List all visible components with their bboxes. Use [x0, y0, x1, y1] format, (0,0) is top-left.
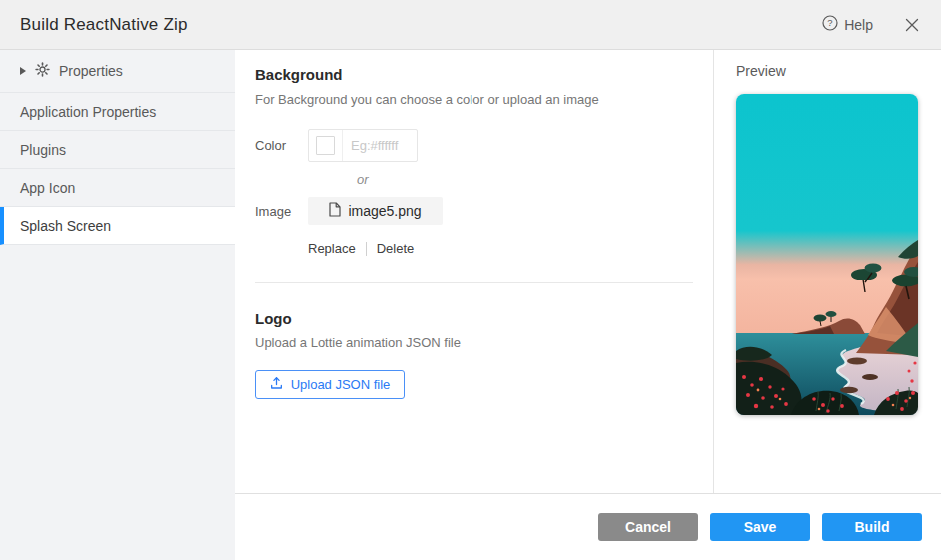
build-reactnative-dialog: Build ReactNative Zip ? Help	[0, 0, 941, 560]
cancel-button[interactable]: Cancel	[598, 513, 698, 541]
delete-image-link[interactable]: Delete	[377, 241, 415, 256]
dialog-header: Build ReactNative Zip ? Help	[0, 0, 941, 50]
build-button[interactable]: Build	[822, 513, 922, 541]
caret-right-icon	[20, 67, 26, 75]
logo-section-description: Upload a Lottie animation JSON file	[255, 335, 693, 350]
color-field-label: Color	[255, 138, 308, 153]
sidebar-item-properties[interactable]: Properties	[0, 50, 235, 93]
sidebar-item-label: Properties	[59, 63, 123, 79]
color-swatch[interactable]	[316, 136, 335, 155]
gear-icon	[35, 62, 50, 80]
sidebar-item-label: App Icon	[20, 180, 75, 196]
splash-preview-image	[736, 94, 918, 415]
uploaded-image-filename: image5.png	[348, 203, 421, 219]
sidebar-item-label: Plugins	[20, 142, 66, 158]
sidebar-item-splash-screen[interactable]: Splash Screen	[0, 207, 235, 245]
color-hex-input[interactable]	[343, 138, 417, 153]
background-section-description: For Background you can choose a color or…	[255, 92, 693, 107]
svg-text:?: ?	[828, 17, 833, 28]
uploaded-image-chip[interactable]: image5.png	[308, 197, 443, 225]
splash-screen-panel: Background For Background you can choose…	[235, 50, 714, 493]
preview-panel: Preview	[714, 50, 941, 493]
help-icon: ?	[822, 15, 838, 34]
dialog-footer: Cancel Save Build	[235, 493, 941, 560]
upload-icon	[270, 376, 283, 393]
sidebar-item-application-properties[interactable]: Application Properties	[0, 93, 235, 131]
sidebar-item-label: Application Properties	[20, 104, 156, 120]
dialog-title: Build ReactNative Zip	[20, 15, 822, 35]
upload-json-button-label: Upload JSON file	[291, 377, 391, 392]
sidebar-item-plugins[interactable]: Plugins	[0, 131, 235, 169]
or-separator-label: or	[357, 172, 693, 187]
help-label: Help	[844, 17, 873, 33]
save-button[interactable]: Save	[710, 513, 810, 541]
color-picker-control	[308, 129, 418, 162]
section-divider	[255, 282, 693, 283]
file-icon	[329, 202, 341, 220]
replace-image-link[interactable]: Replace	[308, 241, 356, 256]
actions-divider	[366, 242, 367, 256]
image-field-label: Image	[255, 204, 308, 219]
sidebar-item-app-icon[interactable]: App Icon	[0, 169, 235, 207]
sidebar-item-label: Splash Screen	[20, 218, 111, 234]
background-section-title: Background	[255, 66, 693, 83]
logo-section-title: Logo	[255, 310, 693, 327]
preview-title: Preview	[736, 63, 941, 79]
upload-json-button[interactable]: Upload JSON file	[255, 370, 405, 399]
close-icon[interactable]	[903, 16, 921, 34]
help-button[interactable]: ? Help	[822, 15, 873, 34]
sidebar: Properties Application Properties Plugin…	[0, 50, 235, 560]
